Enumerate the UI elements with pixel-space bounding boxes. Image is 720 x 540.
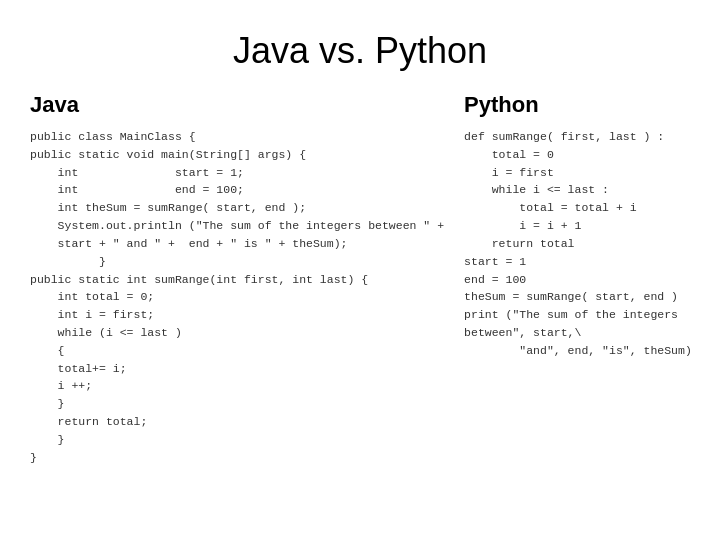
columns-container: Java public class MainClass { public sta… [0, 92, 720, 466]
java-heading: Java [30, 92, 444, 118]
java-column: Java public class MainClass { public sta… [30, 92, 444, 466]
java-code: public class MainClass { public static v… [30, 128, 444, 466]
python-column: Python def sumRange( first, last ) : tot… [464, 92, 692, 466]
page-title: Java vs. Python [0, 0, 720, 92]
python-heading: Python [464, 92, 692, 118]
python-code: def sumRange( first, last ) : total = 0 … [464, 128, 692, 360]
